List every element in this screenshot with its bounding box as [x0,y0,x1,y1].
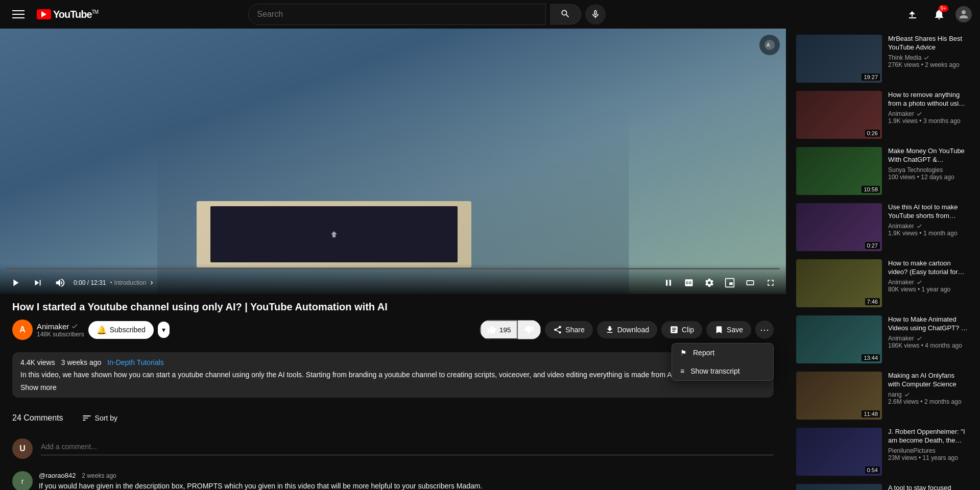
comment-input[interactable] [41,438,774,455]
subscribe-dropdown-button[interactable]: ▾ [158,322,170,338]
video-area: A [0,29,786,490]
verified-icon [71,323,78,330]
video-duration: 0:27 [865,242,880,249]
sidebar-video-title: A tool to stay focused while browsing th… [888,484,968,490]
miniplayer-icon [725,278,735,288]
sidebar-video-info: How to remove anything from a photo with… [886,91,970,139]
sidebar-video-stats: 1.9K views • 3 months ago [888,117,968,125]
video-player[interactable]: A [0,29,786,294]
fullscreen-icon [766,278,776,288]
search-area [248,4,606,25]
share-icon [553,325,562,334]
dislike-button[interactable] [517,320,541,339]
like-button[interactable]: 195 [480,320,517,339]
video-title: How I started a Youtube channel using on… [12,300,774,313]
report-item[interactable]: ⚑ Report [672,344,773,362]
clip-icon [670,325,679,334]
fullscreen-button[interactable] [761,274,780,292]
channel-avatar[interactable]: A [12,320,33,340]
sidebar-channel-name: Animaker [888,223,968,230]
play-button[interactable] [6,274,25,292]
download-button[interactable]: Download [597,321,657,338]
search-button[interactable] [550,4,581,24]
sidebar-video-item[interactable]: 7:46 How to make cartoon video? (Easy tu… [794,257,972,309]
sidebar-channel-name: PienilunePictures [888,447,968,454]
thumbnail-image [796,484,882,490]
sidebar-video-item[interactable]: 0:26 How to remove anything from a photo… [794,89,972,141]
video-duration: 13:44 [862,354,880,361]
sidebar-thumbnail: 0:26 [796,91,882,139]
next-button[interactable] [29,274,47,292]
verified-icon [916,279,922,285]
more-actions-button[interactable]: ⋯ [755,321,774,339]
save-button[interactable]: Save [706,321,751,338]
progress-bar[interactable] [6,268,780,270]
like-dislike-group: 195 [480,320,541,339]
upload-button[interactable] [902,4,923,24]
sidebar: 19:27 MrBeast Shares His Best YouTube Ad… [786,29,980,490]
sidebar-channel-name: nang [888,391,968,398]
sidebar-video-title: J. Robert Oppenheimer: "I am become Deat… [888,428,968,445]
sidebar-video-item[interactable]: 11:48 Making an AI Onlyfans with Compute… [794,370,972,422]
sidebar-video-item[interactable]: 19:27 MrBeast Shares His Best YouTube Ad… [794,33,972,85]
sidebar-channel-name: Animaker [888,279,968,286]
sidebar-video-title: How to remove anything from a photo with… [888,91,968,108]
save-icon [714,325,724,334]
sidebar-video-item[interactable]: 0:27 Use this AI tool to make YouTube sh… [794,201,972,253]
header: YouTubeTM 9+ [0,0,980,29]
sidebar-video-stats: 2.6M views • 2 months ago [888,398,968,405]
mute-button[interactable] [51,274,69,292]
hamburger-menu-button[interactable] [8,4,29,24]
clip-button[interactable]: Clip [661,321,702,338]
comment-text: If you would have given in the descripti… [39,481,774,490]
transcript-icon: ≡ [680,367,684,375]
youtube-logo[interactable]: YouTubeTM [37,9,98,20]
more-actions-dropdown: ⚑ Report ≡ Show transcript [672,343,774,381]
sidebar-video-stats: 80K views • 1 year ago [888,286,968,293]
user-avatar[interactable] [955,6,972,22]
video-duration: 19:27 [862,74,880,81]
comment-avatar: r [12,471,33,490]
voice-search-button[interactable] [585,4,606,24]
share-button[interactable]: Share [545,321,592,338]
description-text: In this video, we have shown how you can… [20,370,766,380]
sidebar-video-item[interactable]: 0:25 A tool to stay focused while browsi… [794,482,972,490]
sidebar-thumbnail: 0:25 [796,484,882,490]
miniplayer-button[interactable] [721,274,739,292]
show-more-button[interactable]: Show more [20,383,57,391]
subscribe-button[interactable]: 🔔 Subscribed [88,321,154,339]
notification-badge: 9+ [939,5,948,12]
sidebar-video-info: A tool to stay focused while browsing th… [886,484,970,490]
sidebar-video-item[interactable]: 13:44 How to Make Animated Videos using … [794,313,972,365]
sidebar-video-info: Make Money On YouTube With ChatGPT & Pic… [886,147,970,195]
search-input[interactable] [249,4,545,24]
comment-body: @raorao842 2 weeks ago If you would have… [39,471,774,490]
theater-button[interactable] [741,274,759,292]
verified-icon [916,111,922,117]
sidebar-video-info: MrBeast Shares His Best YouTube Advice T… [886,35,970,83]
sidebar-channel-name: Animaker [888,335,968,342]
chapter-info: • Introduction [110,279,155,286]
channel-meta[interactable]: Animaker 148K subscribers [37,322,84,338]
category-link[interactable]: In-Depth Tutorials [107,358,164,366]
subtitles-button[interactable] [680,274,698,292]
download-icon [605,325,614,334]
sort-button[interactable]: Sort by [76,410,124,426]
upload-icon [906,8,919,20]
hamburger-icon [12,8,25,20]
sidebar-video-info: Use this AI tool to make YouTube shorts … [886,203,970,251]
pause-indicator-button[interactable] [659,274,678,292]
sidebar-video-item[interactable]: 0:54 J. Robert Oppenheimer: "I am become… [794,426,972,478]
svg-text:A: A [767,42,770,48]
sidebar-video-item[interactable]: 10:58 Make Money On YouTube With ChatGPT… [794,145,972,197]
sidebar-thumbnail: 7:46 [796,259,882,307]
video-duration: 10:58 [862,186,880,193]
theater-icon [745,278,755,288]
show-transcript-item[interactable]: ≡ Show transcript [672,362,773,380]
settings-button[interactable] [700,274,719,292]
comments-section: 24 Comments Sort by U r @raorao842 2 wee… [0,404,786,490]
sidebar-video-title: MrBeast Shares His Best YouTube Advice [888,35,968,52]
more-actions-area: ⋯ ⚑ Report ≡ Show transcript [755,321,774,339]
sidebar-videos-list: 19:27 MrBeast Shares His Best YouTube Ad… [794,33,972,490]
sidebar-thumbnail: 19:27 [796,35,882,83]
